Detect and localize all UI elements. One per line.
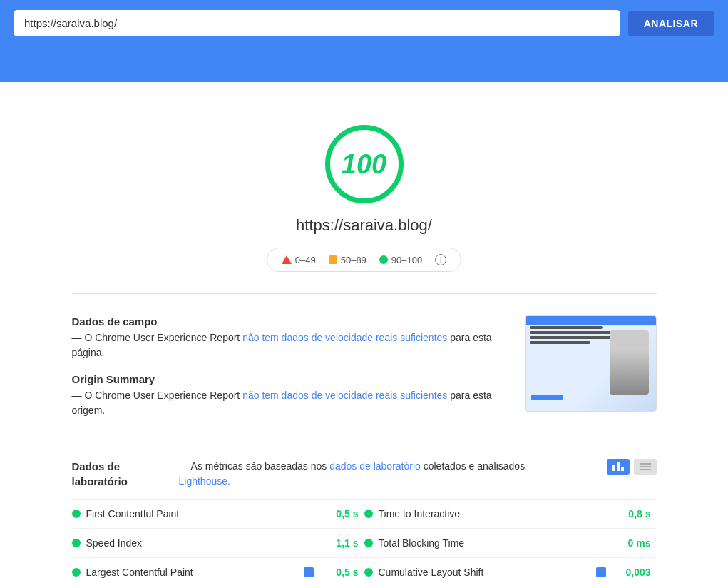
main-content: 100 https://saraiva.blog/ 0–49 50–89 90–…: [58, 82, 671, 588]
metric-name: Cumulative Layout Shift: [379, 567, 590, 578]
field-data-section: Dados de campo — O Chrome User Experienc…: [72, 301, 657, 432]
divider-2: [72, 440, 657, 440]
legend-range-low: 0–49: [295, 255, 316, 265]
divider-1: [72, 293, 657, 294]
metric-dot: [72, 510, 81, 518]
metric-name: Speed Index: [86, 537, 314, 549]
url-input[interactable]: https://saraiva.blog/: [14, 10, 620, 36]
score-circle: 100: [325, 125, 404, 203]
metric-value: 0,5 s: [319, 508, 359, 519]
field-data-prefix: — O Chrome User Experience Report: [72, 332, 243, 343]
field-data-text: Dados de campo — O Chrome User Experienc…: [72, 315, 511, 418]
score-section: 100 https://saraiva.blog/ 0–49 50–89 90–…: [72, 103, 657, 286]
thumb-text-4: [530, 341, 591, 344]
bar-view-button[interactable]: [607, 459, 630, 475]
metric-info-icon[interactable]: [304, 567, 314, 577]
metric-value: 1,1 s: [319, 537, 359, 549]
lighthouse-link[interactable]: Lighthouse.: [179, 475, 230, 487]
field-data-desc: — O Chrome User Experience Report não te…: [72, 330, 511, 360]
thumb-blue-btn: [531, 395, 563, 400]
metric-name: First Contentful Paint: [86, 508, 314, 519]
legend-range-mid: 50–89: [341, 255, 366, 265]
metric-dot: [364, 568, 373, 577]
legend-item-mid: 50–89: [329, 255, 366, 265]
square-icon: [329, 255, 337, 264]
metric-dot: [364, 510, 373, 518]
thumb-header: [526, 316, 656, 325]
legend-range-high: 90–100: [391, 255, 422, 265]
origin-summary-link[interactable]: não tem dados de velocidade reais sufici…: [242, 390, 447, 401]
bar-chart-icon: [612, 462, 624, 471]
analyze-button[interactable]: ANALISAR: [628, 11, 714, 36]
metric-name: Time to Interactive: [379, 508, 606, 519]
metric-value: 0,003: [612, 567, 651, 578]
metrics-desc: — As métricas são baseadas nos dados de …: [179, 459, 593, 489]
header: https://saraiva.blog/ ANALISAR: [0, 0, 728, 46]
metric-row: Total Blocking Time0 ms: [364, 528, 657, 557]
origin-summary-desc: — O Chrome User Experience Report não te…: [72, 388, 511, 418]
metric-dot: [364, 539, 373, 547]
lab-data-link[interactable]: dados de laboratório: [329, 460, 421, 472]
metric-dot: [72, 539, 81, 547]
score-value: 100: [342, 149, 386, 180]
origin-summary-label: Origin Summary: [72, 373, 511, 385]
thumb-text-3: [530, 336, 615, 339]
field-data-label: Dados de campo: [72, 315, 511, 328]
metrics-header: Dados de laboratório — As métricas são b…: [72, 459, 657, 489]
metric-info-icon[interactable]: [596, 567, 606, 577]
metrics-grid: First Contentful Paint0,5 sTime to Inter…: [72, 499, 657, 587]
origin-summary-prefix: — O Chrome User Experience Report: [72, 390, 243, 401]
metric-name: Largest Contentful Paint: [86, 567, 298, 578]
triangle-icon: [282, 255, 292, 264]
page-thumbnail: [525, 315, 657, 412]
blue-banner: [0, 46, 728, 82]
thumb-text-1: [530, 326, 603, 329]
field-data-link[interactable]: não tem dados de velocidade reais sufici…: [242, 332, 447, 343]
legend: 0–49 50–89 90–100 i: [267, 248, 461, 272]
metric-value: 0,5 s: [319, 567, 359, 578]
metric-dot: [72, 568, 81, 577]
legend-item-high: 90–100: [379, 255, 422, 265]
metrics-label: Dados de laboratório: [72, 459, 165, 489]
metric-row: Time to Interactive0,8 s: [364, 499, 657, 528]
metrics-section: Dados de laboratório — As métricas são b…: [72, 447, 657, 587]
score-url: https://saraiva.blog/: [296, 216, 432, 235]
metric-row: First Contentful Paint0,5 s: [72, 499, 364, 528]
list-icon: [640, 463, 651, 470]
metric-value: 0 ms: [612, 537, 651, 549]
metric-row: Largest Contentful Paint0,5 s: [72, 557, 364, 587]
metrics-view-icons: [607, 459, 657, 475]
metric-row: Cumulative Layout Shift0,003: [364, 557, 657, 587]
thumb-person: [610, 330, 649, 395]
legend-info-icon[interactable]: i: [435, 254, 446, 265]
legend-item-low: 0–49: [282, 255, 316, 265]
thumbnail-inner: [526, 316, 656, 411]
metric-value: 0,8 s: [612, 508, 651, 519]
list-view-button[interactable]: [634, 459, 657, 475]
dot-icon: [379, 255, 388, 264]
metric-row: Speed Index1,1 s: [72, 528, 364, 557]
metric-name: Total Blocking Time: [379, 537, 606, 549]
